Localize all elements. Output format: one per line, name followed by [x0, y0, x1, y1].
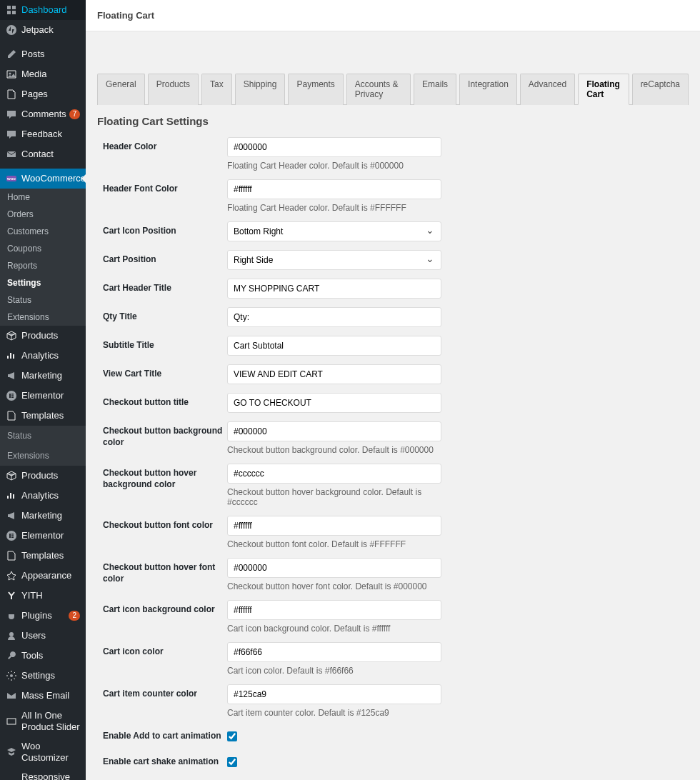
- tab-recaptcha[interactable]: reCaptcha: [632, 74, 689, 105]
- icon_color-input[interactable]: [227, 642, 441, 662]
- field-enable_shake_anim: Enable cart shake animation: [97, 752, 689, 769]
- sidebar-item-elementor[interactable]: Elementor: [0, 526, 86, 546]
- sidebar-item-woo-customizer[interactable]: Woo Customizer: [0, 736, 86, 767]
- field-input-wrap: Checkout button hover background color. …: [227, 464, 441, 507]
- checkout_bg-input[interactable]: [227, 421, 441, 441]
- sidebar-item-responsive-slider-plus-lightbox[interactable]: Responsive Slider plus Lightbox: [0, 767, 86, 780]
- sidebar-item-appearance[interactable]: Appearance: [0, 566, 86, 586]
- sidebar-item-posts[interactable]: Posts: [0, 44, 86, 64]
- sidebar-item-feedback[interactable]: Feedback: [0, 124, 86, 144]
- sidebar-item-mass-email[interactable]: Mass Email: [0, 686, 86, 706]
- field-view_cart_title: View Cart Title: [97, 364, 689, 384]
- sidebar-item-contact[interactable]: Contact: [0, 144, 86, 164]
- submenu-item-extensions[interactable]: Extensions: [0, 309, 86, 326]
- sidebar-item-dashboard[interactable]: Dashboard: [0, 0, 86, 20]
- sidebar-item-templates[interactable]: Templates: [0, 406, 86, 426]
- sidebar-item-woocommerce[interactable]: wooWooCommerce: [0, 169, 86, 189]
- sidebar-item-tools[interactable]: Tools: [0, 646, 86, 666]
- sidebar-item-yith[interactable]: YITH: [0, 586, 86, 606]
- cart_header_title-input[interactable]: [227, 279, 441, 299]
- sidebar-item-label: Products: [21, 470, 80, 481]
- field-checkout_hover_font: Checkout button hover font colorCheckout…: [97, 558, 689, 591]
- elementor-icon: [6, 390, 17, 401]
- sidebar-item-elementor[interactable]: Elementor: [0, 386, 86, 406]
- submenu-item-customers[interactable]: Customers: [0, 223, 86, 240]
- tab-floating-cart[interactable]: Floating Cart: [578, 74, 629, 105]
- sidebar-item-label: YITH: [21, 590, 80, 601]
- sidebar-item-media[interactable]: Media: [0, 64, 86, 84]
- submenu-item-reports[interactable]: Reports: [0, 257, 86, 274]
- media-icon: [6, 69, 17, 80]
- sidebar-item-label: Mass Email: [21, 690, 80, 701]
- sidebar-item-products[interactable]: Products: [0, 466, 86, 486]
- submenu-item-status[interactable]: Status: [0, 291, 86, 309]
- tab-advanced[interactable]: Advanced: [520, 74, 575, 105]
- checkout_hover_bg-input[interactable]: [227, 464, 441, 484]
- cart_position-select[interactable]: Right Side: [227, 250, 441, 270]
- subtitle_title-input[interactable]: [227, 336, 441, 356]
- sidebar-item-label: Woo Customizer: [21, 741, 80, 763]
- sidebar-item-all-in-one-product-slider[interactable]: All In One Product Slider: [0, 706, 86, 736]
- sidebar-item-jetpack[interactable]: Jetpack: [0, 20, 86, 40]
- sidebar-item-products[interactable]: Products: [0, 326, 86, 346]
- field-input-wrap: Bottom Right: [227, 221, 441, 241]
- checkout_hover_font-input[interactable]: [227, 558, 441, 578]
- qty_title-input[interactable]: [227, 307, 441, 327]
- tab-general[interactable]: General: [97, 74, 145, 105]
- topbar: Floating Cart: [86, 0, 700, 31]
- badge: 7: [69, 109, 81, 119]
- sidebar-item-comments[interactable]: Comments7: [0, 104, 86, 124]
- submenu-item-coupons[interactable]: Coupons: [0, 240, 86, 257]
- header_font_color-input[interactable]: [227, 179, 441, 199]
- tab-shipping[interactable]: Shipping: [235, 74, 286, 105]
- field-input-wrap: Floating Cart Header color. Default is #…: [227, 179, 441, 213]
- sidebar-item-pages[interactable]: Pages: [0, 84, 86, 104]
- submenu-item-home[interactable]: Home: [0, 189, 86, 206]
- sidebar-item-label: Tools: [21, 650, 80, 661]
- sidebar-item-analytics[interactable]: Analytics: [0, 486, 86, 506]
- icon_bg-input[interactable]: [227, 600, 441, 620]
- sidebar-item-marketing[interactable]: Marketing: [0, 366, 86, 386]
- sidebar-item-label: Analytics: [21, 490, 80, 501]
- sidebar-item-label: Status: [7, 431, 80, 441]
- sidebar-item-extensions[interactable]: Extensions: [0, 446, 86, 466]
- cart_icon_position-select[interactable]: Bottom Right: [227, 221, 441, 241]
- sidebar-item-status[interactable]: Status: [0, 426, 86, 446]
- sidebar-item-label: Plugins: [21, 610, 66, 621]
- field-input-wrap: Cart icon background color. Default is #…: [227, 600, 441, 634]
- enable_shake_anim-checkbox[interactable]: [227, 757, 237, 767]
- field-label: Cart Header Title: [103, 279, 227, 294]
- sidebar-item-label: Elementor: [21, 390, 80, 401]
- sidebar-item-settings[interactable]: Settings: [0, 666, 86, 686]
- sidebar-item-label: Pages: [21, 89, 80, 100]
- sidebar-item-plugins[interactable]: Plugins2: [0, 606, 86, 626]
- header_color-input[interactable]: [227, 137, 441, 157]
- tab-integration[interactable]: Integration: [459, 74, 517, 105]
- sidebar-item-users[interactable]: Users: [0, 626, 86, 646]
- woo-submenu: HomeOrdersCustomersCouponsReportsSetting…: [0, 189, 86, 326]
- field-input-wrap: Floating Cart Header color. Default is #…: [227, 137, 441, 171]
- field-icon_color: Cart icon colorCart icon color. Default …: [97, 642, 689, 676]
- tab-tax[interactable]: Tax: [201, 74, 232, 105]
- sidebar-item-templates[interactable]: Templates: [0, 546, 86, 566]
- tab-payments[interactable]: Payments: [288, 74, 343, 105]
- enable_add_anim-checkbox[interactable]: [227, 731, 237, 741]
- tab-emails[interactable]: Emails: [414, 74, 456, 105]
- field-desc: Cart item counter color. Default is #125…: [227, 708, 441, 718]
- templates-icon: [6, 410, 17, 421]
- sidebar-item-marketing[interactable]: Marketing: [0, 506, 86, 526]
- tab-accounts-privacy[interactable]: Accounts & Privacy: [346, 74, 411, 105]
- view_cart_title-input[interactable]: [227, 364, 441, 384]
- checkout_button_title-input[interactable]: [227, 393, 441, 413]
- sidebar-item-label: Comments: [21, 109, 66, 120]
- submenu-item-orders[interactable]: Orders: [0, 206, 86, 223]
- customizer-icon: [6, 746, 17, 758]
- tab-products[interactable]: Products: [148, 74, 199, 105]
- sidebar-item-label: WooCommerce: [21, 173, 86, 184]
- checkout_font-input[interactable]: [227, 516, 441, 536]
- sidebar-item-label: Users: [21, 630, 80, 641]
- sidebar-item-label: Jetpack: [21, 24, 80, 36]
- counter_color-input[interactable]: [227, 684, 441, 704]
- sidebar-item-analytics[interactable]: Analytics: [0, 346, 86, 366]
- submenu-item-settings[interactable]: Settings: [0, 274, 86, 291]
